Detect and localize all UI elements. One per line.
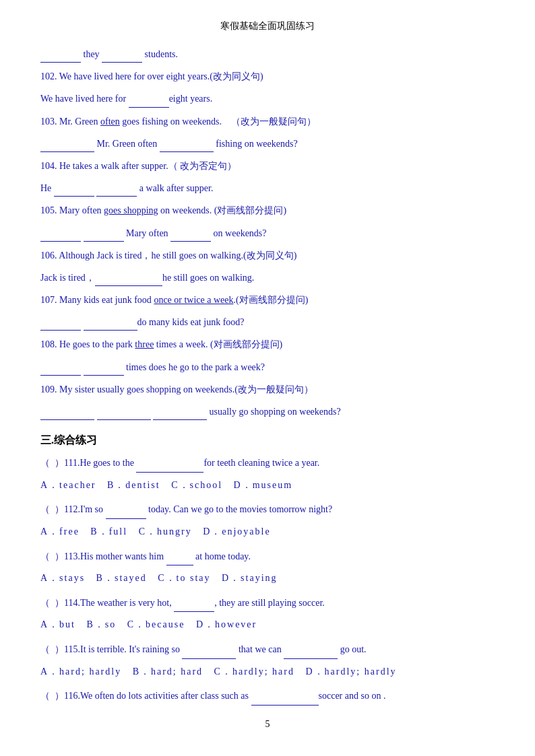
line-109-q: 109. My sister usually goes shopping on …	[40, 381, 495, 398]
line-106-a: Jack is tired，he still goes on walking.	[40, 269, 495, 286]
q116: （ ）116.We often do lots activities after…	[40, 687, 495, 706]
q114: （ ）114.The weather is very hot, , they a…	[40, 594, 495, 613]
q115-options: A．hard; hardly B．hard; hard C．hardly; ha…	[40, 663, 495, 681]
q113-options: A．stays B．stayed C．to stay D．staying	[40, 570, 495, 588]
line-102-q: 102. We have lived here for over eight y…	[40, 68, 495, 85]
line-103-q: 103. Mr. Green often goes fishing on wee…	[40, 113, 495, 130]
line-102-a: We have lived here for eight years.	[40, 90, 495, 107]
page-number: 5	[40, 719, 495, 730]
q115: （ ）115.It is terrible. It's raining so t…	[40, 641, 495, 659]
line-104-q: 104. He takes a walk after supper.（ 改为否定…	[40, 158, 495, 174]
line-106-q: 106. Although Jack is tired，he still goe…	[40, 247, 495, 264]
q114-options: A．but B．so C．because D．however	[40, 616, 495, 634]
line-109-a: usually go shopping on weekends?	[40, 403, 495, 420]
line-108-a: times does he go to the park a week?	[40, 359, 495, 376]
line-105-q: 105. Mary often goes shopping on weekend…	[40, 202, 495, 219]
line-107-a: do many kids eat junk food?	[40, 314, 495, 331]
q112: （ ）112.I'm so today. Can we go to the mo…	[40, 501, 495, 519]
line-104-a: He a walk after supper.	[40, 180, 495, 197]
q111-options: A．teacher B．dentist C．school D．museum	[40, 477, 495, 495]
line-108-q: 108. He goes to the park three times a w…	[40, 336, 495, 353]
q112-options: A．free B．full C．hungry D．enjoyable	[40, 523, 495, 541]
section3-title: 三.综合练习	[40, 434, 495, 448]
line-they: they students.	[40, 46, 495, 63]
line-105-a: Mary often on weekends?	[40, 225, 495, 242]
page-title: 寒假基础全面巩固练习	[40, 20, 495, 32]
line-103-a: Mr. Green often fishing on weekends?	[40, 135, 495, 152]
q111: （ ）111.He goes to the for teeth cleaning…	[40, 454, 495, 473]
line-107-q: 107. Many kids eat junk food once or twi…	[40, 291, 495, 308]
q113: （ ）113.His mother wants him at home toda…	[40, 548, 495, 566]
